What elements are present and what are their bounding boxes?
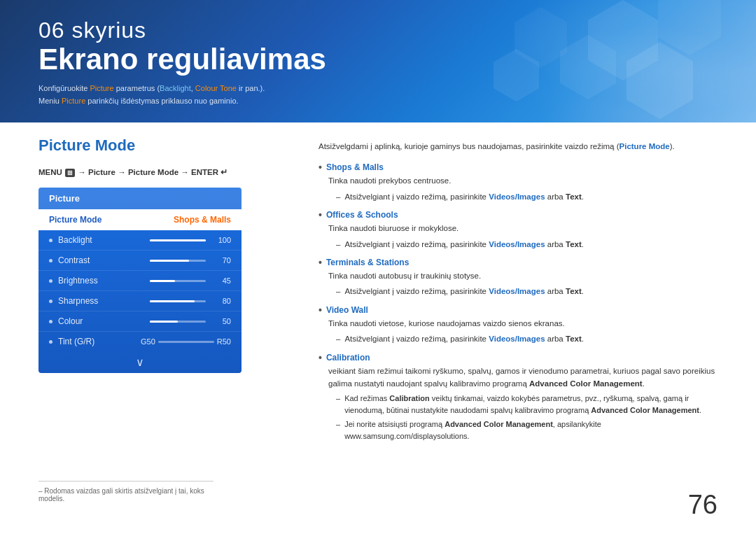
mode-desc-terminals: Tinka naudoti autobusų ir traukinių stot… — [318, 269, 718, 282]
mode-video-wall: • Video Wall Tinka naudoti vietose, kuri… — [318, 305, 718, 346]
intro-highlight: Picture Mode — [620, 142, 670, 150]
dot-colour — [49, 320, 52, 323]
val-backlight: 100 — [210, 236, 231, 244]
bar-fill-brightness — [150, 280, 175, 282]
tint-left: G50 — [141, 337, 155, 346]
mode-name-terminals: Terminals & Stations — [326, 258, 409, 267]
bar-fill-contrast — [150, 260, 189, 262]
left-column: Picture Mode MENU ⊞ → Picture → Picture … — [38, 136, 290, 534]
picture-mode-label: Picture Mode — [49, 215, 102, 225]
picture-ui-header: Picture — [38, 188, 241, 209]
menu-icon: ⊞ — [65, 169, 75, 177]
bottom-note: – Rodomas vaizdas gali skirtis atsižvelg… — [38, 481, 214, 503]
tint-bar — [158, 341, 214, 343]
arrow-1: → — [78, 168, 88, 176]
mode-terminals-stations: • Terminals & Stations Tinka naudoti aut… — [318, 258, 718, 298]
mode-desc-shops: Tinka naudoti prekybos centruose. — [318, 174, 718, 187]
cal-sub-item-2: Jei norite atsisiųsti programą Advanced … — [336, 419, 718, 442]
cal-sub-text-2: Jei norite atsisiųsti programą Advanced … — [344, 419, 718, 442]
bar-brightness — [150, 280, 206, 282]
tint-right: R50 — [217, 337, 231, 346]
dot-brightness — [49, 279, 52, 283]
menu-path: MENU ⊞ → Picture → Picture Mode → ENTER … — [38, 167, 290, 177]
mode-calibration: • Calibration veikiant šiam režimui taik… — [318, 353, 718, 443]
picture-mode-value: Shops & Malls — [174, 215, 231, 225]
mode-name-videowall: Video Wall — [326, 305, 368, 315]
setting-name-colour: Colour — [58, 316, 150, 326]
setting-name-brightness: Brightness — [58, 276, 150, 286]
menu-enter: ENTER — [191, 168, 218, 176]
setting-contrast: Contrast 70 — [38, 251, 241, 271]
subtitle-picture-1: Picture — [90, 84, 113, 92]
bullet-videowall: • — [318, 305, 322, 315]
arrow-2: → — [118, 168, 128, 176]
bar-sharpness — [150, 300, 206, 302]
page-title: Ekrano reguliavimas — [38, 43, 326, 76]
bullet-terminals: • — [318, 258, 322, 267]
setting-backlight: Backlight 100 — [38, 230, 241, 251]
mode-name-shops: Shops & Malls — [326, 162, 384, 172]
setting-sharpness: Sharpness 80 — [38, 291, 241, 311]
mode-title-shops: • Shops & Malls — [318, 162, 718, 172]
intro-text: Atsižvelgdami į aplinką, kurioje gaminys… — [318, 140, 718, 153]
hex-4 — [626, 42, 693, 119]
bar-fill-colour — [150, 321, 178, 323]
subtitle-picture-2: Picture — [62, 97, 85, 105]
menu-picture: Picture — [88, 168, 115, 176]
subtitle-backlight: Backlight — [160, 84, 191, 92]
mode-sub-terminals: Atsižvelgiant į vaizdo režimą, pasirinki… — [318, 285, 718, 297]
hex-3 — [560, 35, 616, 99]
mode-title-calibration: • Calibration — [318, 353, 718, 363]
val-brightness: 45 — [210, 276, 231, 285]
enter-icon: ↵ — [220, 168, 227, 176]
setting-colour: Colour 50 — [38, 311, 241, 332]
val-contrast: 70 — [210, 256, 231, 265]
hex-2 — [658, 0, 721, 55]
picture-mode-row: Picture Mode Shops & Malls — [38, 209, 241, 230]
val-colour: 50 — [210, 317, 231, 325]
bar-contrast — [150, 260, 206, 262]
section-title: Picture Mode — [38, 136, 290, 155]
chevron-row: ∨ — [38, 351, 241, 373]
chapter-label: 06 skyrius — [38, 17, 326, 43]
picture-ui-mockup: Picture Picture Mode Shops & Malls Backl… — [38, 188, 241, 373]
menu-keyword: MENU — [38, 168, 62, 176]
mode-sub-offices: Atsižvelgiant į vaizdo režimą, pasirinki… — [318, 238, 718, 251]
header-content: 06 skyrius Ekrano reguliavimas Konfigūru… — [38, 17, 326, 107]
dot-sharpness — [49, 300, 52, 303]
right-column: Atsižvelgdami į aplinką, kurioje gaminys… — [318, 136, 718, 534]
hex-5 — [514, 7, 567, 68]
cal-sub-text-1: Kad režimas Calibration veiktų tinkamai,… — [344, 393, 718, 416]
setting-brightness: Brightness 45 — [38, 271, 241, 291]
header-subtitle: Konfigūruokite Picture parametrus (Backl… — [38, 83, 326, 107]
dot-tint — [49, 340, 52, 344]
setting-name-tint: Tint (G/R) — [58, 337, 141, 346]
page-number: 76 — [688, 490, 718, 520]
bar-container-colour: 50 — [150, 317, 231, 325]
setting-name-sharpness: Sharpness — [58, 296, 150, 306]
bar-container-backlight: 100 — [150, 236, 231, 244]
mode-shops-malls: • Shops & Malls Tinka naudoti prekybos c… — [318, 162, 718, 203]
mode-sub-shops: Atsižvelgiant į vaizdo režimą, pasirinki… — [318, 190, 718, 203]
setting-tint: Tint (G/R) G50 R50 — [38, 332, 241, 351]
cal-sub-item-1: Kad režimas Calibration veiktų tinkamai,… — [336, 393, 718, 416]
setting-name-backlight: Backlight — [58, 235, 150, 245]
hex-6 — [493, 49, 539, 101]
sub-text-shops: Atsižvelgiant į vaizdo režimą, pasirinki… — [344, 190, 584, 203]
bar-fill-sharpness — [150, 300, 195, 302]
dot-contrast — [49, 259, 52, 262]
bullet-shops: • — [318, 162, 322, 172]
bar-colour — [150, 321, 206, 323]
bar-container-contrast: 70 — [150, 256, 231, 265]
calibration-sub1: Kad režimas Calibration veiktų tinkamai,… — [318, 393, 718, 442]
mode-name-offices: Offices & Schools — [326, 210, 398, 220]
mode-sub-videowall: Atsižvelgiant į vaizdo režimą, pasirinki… — [318, 332, 718, 345]
main-content: Picture Mode MENU ⊞ → Picture → Picture … — [0, 136, 756, 534]
bar-backlight — [150, 239, 206, 241]
tint-values: G50 R50 — [141, 337, 231, 346]
menu-picture-mode: Picture Mode — [128, 168, 178, 176]
sub-text-offices: Atsižvelgiant į vaizdo režimą, pasirinki… — [344, 238, 584, 251]
bar-container-brightness: 45 — [150, 276, 231, 285]
chevron-down-icon: ∨ — [136, 356, 144, 369]
sub-text-terminals: Atsižvelgiant į vaizdo režimą, pasirinki… — [344, 285, 584, 297]
